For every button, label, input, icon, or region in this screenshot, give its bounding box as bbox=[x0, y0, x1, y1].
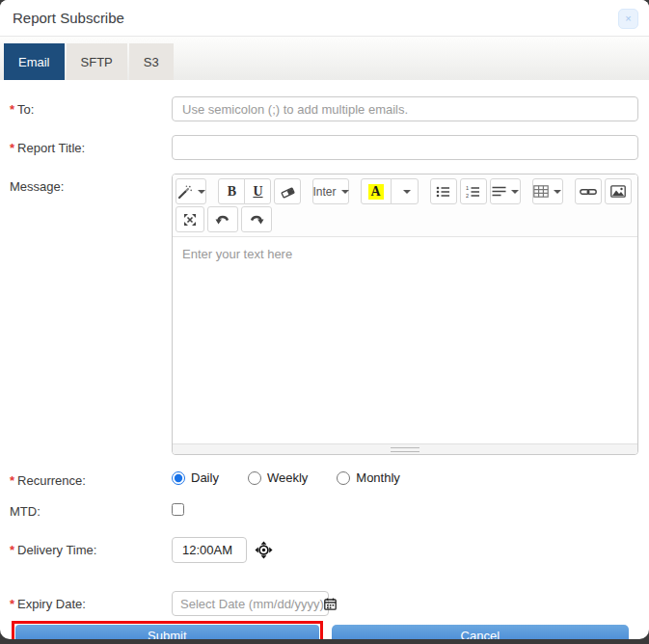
chevron-down-icon bbox=[198, 190, 205, 194]
time-picker-crosshair-icon[interactable] bbox=[255, 541, 273, 559]
tab-bar: Email SFTP S3 bbox=[0, 37, 649, 80]
paragraph-align-button[interactable] bbox=[490, 178, 521, 204]
report-title-label: *Report Title: bbox=[10, 135, 172, 155]
radio-daily[interactable]: Daily bbox=[172, 470, 219, 485]
delivery-time-label: *Delivery Time: bbox=[10, 537, 172, 557]
underline-button[interactable]: U bbox=[244, 178, 271, 204]
chevron-down-icon bbox=[511, 190, 519, 194]
to-label: *To: bbox=[10, 96, 172, 117]
radio-weekly-input[interactable] bbox=[248, 471, 261, 485]
required-asterisk: * bbox=[10, 141, 14, 155]
recurrence-label: *Recurrence: bbox=[10, 468, 172, 488]
ordered-list-icon: 12 bbox=[466, 185, 480, 199]
cancel-button[interactable]: Cancel bbox=[332, 625, 629, 640]
clear-formatting-button[interactable] bbox=[274, 178, 301, 204]
close-icon[interactable]: × bbox=[618, 9, 638, 29]
radio-monthly-label: Monthly bbox=[356, 470, 400, 485]
radio-daily-label: Daily bbox=[191, 470, 219, 485]
editor-content-area[interactable]: Enter your text here bbox=[173, 236, 637, 443]
resize-grip-icon bbox=[391, 447, 419, 452]
fullscreen-button[interactable] bbox=[176, 206, 204, 232]
paragraph-align-icon bbox=[492, 185, 506, 198]
svg-text:1: 1 bbox=[466, 185, 469, 191]
fullscreen-icon bbox=[183, 213, 197, 227]
report-subscribe-dialog: Report Subscribe × Email SFTP S3 *To: *R… bbox=[0, 0, 649, 639]
dialog-title: Report Subscribe bbox=[13, 10, 124, 26]
submit-button[interactable]: Submit bbox=[15, 625, 319, 639]
eraser-icon bbox=[281, 185, 295, 199]
expiry-date-input[interactable]: Select Date (mm/dd/yyyy) bbox=[172, 591, 329, 616]
unordered-list-button[interactable] bbox=[430, 178, 457, 204]
dialog-actions: Submit Cancel bbox=[12, 621, 629, 639]
text-color-dropdown-button[interactable] bbox=[391, 178, 419, 204]
svg-text:2: 2 bbox=[466, 193, 469, 199]
mtd-checkbox[interactable] bbox=[172, 503, 184, 516]
editor-toolbar: B U Inter A bbox=[173, 174, 637, 236]
required-asterisk: * bbox=[10, 543, 14, 557]
redo-button[interactable] bbox=[241, 206, 272, 232]
to-input[interactable] bbox=[172, 96, 638, 121]
font-name-label: Inter bbox=[312, 185, 336, 199]
table-icon bbox=[533, 185, 549, 198]
tab-s3[interactable]: S3 bbox=[129, 43, 174, 80]
magic-wand-icon bbox=[177, 184, 193, 200]
expiry-date-placeholder: Select Date (mm/dd/yyyy) bbox=[180, 597, 324, 611]
mtd-label: MTD: bbox=[10, 498, 172, 519]
radio-weekly[interactable]: Weekly bbox=[248, 470, 308, 485]
chevron-down-icon bbox=[341, 190, 349, 194]
unordered-list-icon bbox=[436, 185, 450, 199]
dialog-header: Report Subscribe × bbox=[0, 0, 649, 37]
picture-button[interactable] bbox=[605, 178, 632, 204]
text-color-icon: A bbox=[368, 184, 384, 200]
font-family-dropdown[interactable]: Inter bbox=[312, 178, 348, 204]
style-dropdown-button[interactable] bbox=[176, 178, 206, 204]
subscribe-form: *To: *Report Title: Message: bbox=[0, 80, 649, 639]
picture-icon bbox=[610, 185, 626, 198]
link-icon bbox=[580, 186, 597, 198]
radio-monthly-input[interactable] bbox=[337, 471, 350, 485]
table-button[interactable] bbox=[532, 178, 563, 204]
expiry-date-label: *Expiry Date: bbox=[10, 591, 172, 611]
rich-text-editor: B U Inter A bbox=[172, 174, 638, 455]
link-button[interactable] bbox=[575, 178, 602, 204]
bold-button[interactable]: B bbox=[218, 178, 245, 204]
report-title-input[interactable] bbox=[172, 135, 638, 160]
required-asterisk: * bbox=[10, 102, 14, 117]
editor-resize-handle[interactable] bbox=[173, 443, 637, 454]
submit-highlight-box: Submit bbox=[12, 621, 323, 639]
chevron-down-icon bbox=[554, 190, 561, 194]
required-asterisk: * bbox=[10, 597, 14, 611]
radio-daily-input[interactable] bbox=[172, 471, 185, 485]
radio-weekly-label: Weekly bbox=[267, 470, 308, 485]
radio-monthly[interactable]: Monthly bbox=[337, 470, 400, 485]
text-color-button[interactable]: A bbox=[361, 178, 392, 204]
tab-email[interactable]: Email bbox=[4, 43, 65, 80]
undo-icon bbox=[215, 214, 230, 226]
delivery-time-input[interactable] bbox=[172, 537, 247, 563]
recurrence-options: Daily Weekly Monthly bbox=[172, 468, 638, 485]
chevron-down-icon bbox=[403, 190, 411, 194]
required-asterisk: * bbox=[10, 473, 14, 488]
calendar-icon bbox=[324, 598, 337, 610]
tab-sftp[interactable]: SFTP bbox=[67, 43, 127, 80]
ordered-list-button[interactable]: 12 bbox=[460, 178, 487, 204]
redo-icon bbox=[249, 214, 264, 226]
undo-button[interactable] bbox=[207, 206, 238, 232]
message-label: Message: bbox=[10, 174, 172, 194]
